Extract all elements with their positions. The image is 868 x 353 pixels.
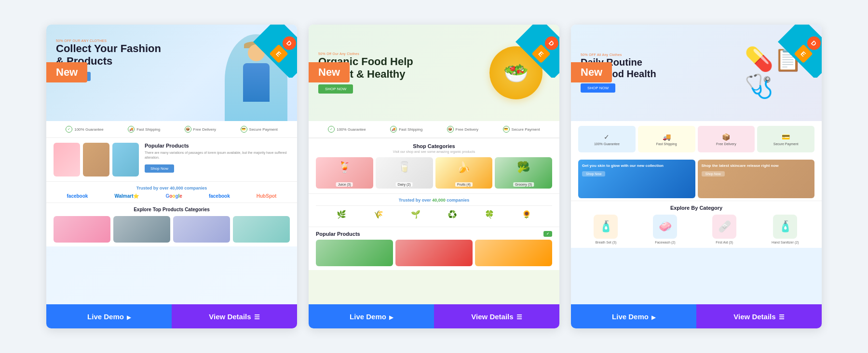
doc-icon-fashion bbox=[254, 312, 260, 321]
trust-label-1: 100% Guarantee bbox=[74, 127, 104, 132]
organic-brands: 🌿 🌾 🌱 ♻️ 🍀 🌻 bbox=[316, 205, 552, 223]
payment-icon: 💳 bbox=[241, 126, 247, 133]
view-details-label-organic: View Details bbox=[471, 312, 513, 321]
explore-label-2: Facewash (2) bbox=[655, 241, 675, 244]
card-footer-health: Live Demo View Details bbox=[571, 304, 822, 328]
guarantee-icon: ✓ bbox=[66, 126, 72, 133]
fruits-label: Fruits (4) bbox=[455, 182, 473, 187]
trust-bar-organic: ✓ 100% Guarantee 🚚 Fast Shipping 📦 Free … bbox=[309, 121, 559, 138]
new-badge-organic: New bbox=[309, 62, 350, 82]
categories-title-fashion: Explore Top Products Categories bbox=[54, 207, 290, 212]
view-details-label-health: View Details bbox=[733, 312, 775, 321]
promo-card-2: Shop the latest skincare release right n… bbox=[698, 160, 815, 198]
trusted-text-fashion: Trusted by over 40,000 companies bbox=[54, 186, 290, 190]
products-header: Popular Products There are many variatio… bbox=[54, 143, 290, 176]
explore-section-health: Explore By Category 🧴 Breath Set (3) 🧼 F… bbox=[571, 201, 822, 248]
organic-icon-3: 🌱 bbox=[411, 210, 420, 219]
product-info: Popular Products There are many variatio… bbox=[145, 143, 290, 173]
popular-products-organic: Popular Products ✓ bbox=[309, 227, 559, 270]
categories-section-fashion: Explore Top Products Categories bbox=[46, 203, 297, 246]
feature-label-2: Fast Shipping bbox=[656, 142, 677, 146]
product-cta[interactable]: Shop Now bbox=[145, 164, 174, 173]
brand-facebook: facebook bbox=[67, 193, 88, 199]
trust-item-3: 📦 Free Delivery bbox=[185, 126, 217, 133]
arrow-icon-health bbox=[651, 312, 655, 321]
doc-icon-organic bbox=[516, 312, 522, 321]
live-demo-btn-organic[interactable]: Live Demo bbox=[309, 304, 434, 328]
trusted-count-organic: 40,000 bbox=[432, 198, 446, 203]
promo-text-1: Get you skin to glow with our new collec… bbox=[582, 163, 692, 168]
trust-item-o3: 📦 Free Delivery bbox=[447, 126, 479, 133]
trust-label-4: Secure Payment bbox=[249, 127, 278, 132]
product-organic-2 bbox=[395, 240, 473, 266]
product-organic-1 bbox=[316, 240, 393, 266]
shipping-icon-h: 🚚 bbox=[663, 133, 671, 141]
divi-ribbon-fashion: D E bbox=[244, 25, 297, 78]
brands-row: facebook Walmart⭐ Google facebook HubSpo… bbox=[54, 193, 290, 199]
product-images bbox=[54, 143, 139, 176]
product-thumbs-row bbox=[316, 240, 552, 266]
explore-icon-4: 🧴 bbox=[773, 215, 797, 239]
trust-label-2: Fast Shipping bbox=[136, 127, 160, 132]
live-demo-label-fashion: Live Demo bbox=[87, 312, 124, 321]
hero-promo-fashion: 50% OFF OUR ANY CLOTHES bbox=[56, 39, 225, 42]
hero-cta-organic[interactable]: SHOP NOW bbox=[318, 84, 353, 94]
trust-item-o2: 🚚 Fast Shipping bbox=[390, 126, 422, 133]
shop-cat-subtitle: Visit our shop and see some amazing orga… bbox=[316, 150, 552, 153]
live-demo-btn-health[interactable]: Live Demo bbox=[571, 304, 696, 328]
card-footer-organic: Live Demo View Details bbox=[309, 304, 559, 328]
promo-btn-1[interactable]: Shop Now bbox=[582, 171, 605, 176]
card-organic: New D E 50% Off Our Any Clothes Organic … bbox=[309, 25, 559, 328]
trust-bar-fashion: ✓ 100% Guarantee 🚚 Fast Shipping 📦 Free … bbox=[46, 121, 297, 138]
product-desc: There are many variations of passages of… bbox=[145, 150, 290, 160]
view-details-btn-organic[interactable]: View Details bbox=[434, 304, 559, 328]
live-demo-btn-fashion[interactable]: Live Demo bbox=[46, 304, 172, 328]
trust-item-1: ✓ 100% Guarantee bbox=[66, 126, 104, 133]
hero-promo-organic: 50% Off Our Any Clothes bbox=[318, 52, 482, 55]
grocery-icon: 🥦 bbox=[495, 157, 552, 174]
card-health: New D E 50% OFF All Any Clothes Daily Ro… bbox=[571, 25, 822, 328]
trust-item-o4: 💳 Secure Payment bbox=[503, 126, 540, 133]
guarantee-icon-o: ✓ bbox=[328, 126, 335, 133]
trust-label-o1: 100% Guarantee bbox=[337, 127, 366, 132]
brand-hubspot: HubSpot bbox=[257, 193, 277, 199]
juice-icon: 🍹 bbox=[316, 157, 373, 174]
trust-item-o1: ✓ 100% Guarantee bbox=[328, 126, 366, 133]
view-details-label-fashion: View Details bbox=[209, 312, 251, 321]
hero-cta-health[interactable]: SHOP NOW bbox=[581, 83, 615, 93]
feature-cards-health: ✓ 100% Guarantee 🚚 Fast Shipping 📦 Free … bbox=[571, 121, 822, 157]
promo-btn-2[interactable]: Shop Now bbox=[702, 171, 725, 176]
card-preview-fashion: New D E 50% OFF OUR ANY CLOTHES Collect … bbox=[46, 25, 297, 304]
feature-card-2: 🚚 Fast Shipping bbox=[638, 126, 695, 152]
shop-cat-title: Shop Categories bbox=[316, 143, 552, 149]
view-details-btn-health[interactable]: View Details bbox=[696, 304, 822, 328]
food-cat-dairy: 🥛 Dairy (2) bbox=[376, 157, 433, 189]
explore-grid: 🧴 Breath Set (3) 🧼 Facewash (2) 🩹 First … bbox=[578, 215, 814, 244]
payment-icon-o: 💳 bbox=[503, 126, 510, 133]
shipping-icon: 🚚 bbox=[128, 126, 135, 133]
juice-label: Juice (3) bbox=[336, 182, 353, 187]
shop-categories-section: Shop Categories Visit our shop and see s… bbox=[309, 138, 559, 193]
guarantee-icon-h: ✓ bbox=[604, 133, 610, 141]
explore-item-2: 🧼 Facewash (2) bbox=[653, 215, 677, 244]
card-preview-health: New D E 50% OFF All Any Clothes Daily Ro… bbox=[571, 25, 822, 304]
card-fashion: New D E 50% OFF OUR ANY CLOTHES Collect … bbox=[46, 25, 297, 328]
food-cat-grocery: 🥦 Grocery (3) bbox=[495, 157, 552, 189]
organic-icon-4: ♻️ bbox=[448, 210, 457, 219]
food-cat-fruits: 🍌 Fruits (4) bbox=[435, 157, 493, 189]
feature-card-4: 💳 Secure Payment bbox=[757, 126, 814, 152]
explore-item-1: 🧴 Breath Set (3) bbox=[594, 215, 618, 244]
explore-label-3: First Aid (3) bbox=[716, 241, 733, 244]
explore-icon-3: 🩹 bbox=[712, 215, 736, 239]
delivery-icon: 📦 bbox=[185, 126, 191, 133]
view-details-btn-fashion[interactable]: View Details bbox=[172, 304, 297, 328]
product-thumb-3 bbox=[112, 143, 139, 176]
trust-item-2: 🚚 Fast Shipping bbox=[128, 126, 160, 133]
explore-icon-1: 🧴 bbox=[594, 215, 618, 239]
organic-icon-6: 🌻 bbox=[522, 210, 531, 219]
grocery-label: Grocery (3) bbox=[513, 182, 534, 187]
feature-label-1: 100% Guarantee bbox=[594, 142, 620, 146]
trust-label-o3: Free Delivery bbox=[456, 127, 479, 132]
brand-google: Google bbox=[165, 193, 182, 199]
product-thumb-1 bbox=[54, 143, 80, 176]
